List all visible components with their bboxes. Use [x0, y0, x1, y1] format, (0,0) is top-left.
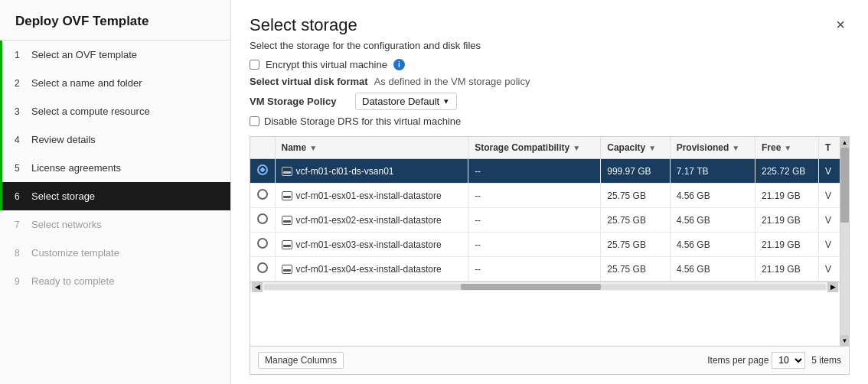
encrypt-row: Encrypt this virtual machine i [250, 59, 850, 70]
cell-name-1: vcf-m01-esx01-esx-install-datastore [275, 184, 468, 208]
datastore-icon [282, 216, 292, 225]
cell-storage_compat-4: -- [468, 257, 601, 281]
vertical-scrollbar[interactable]: ▲ ▼ [840, 137, 849, 346]
storage-policy-label: VM Storage Policy [250, 96, 349, 107]
th-provisioned[interactable]: Provisioned▼ [670, 137, 755, 159]
table-scroll-area[interactable]: Name▼ Storage Compatibility▼ Capacity▼ P… [250, 137, 840, 281]
capacity-filter-icon[interactable]: ▼ [648, 144, 656, 152]
cell-type-2: V [819, 208, 840, 233]
step-number-8: 8 [15, 248, 25, 259]
datastore-table: Name▼ Storage Compatibility▼ Capacity▼ P… [250, 137, 840, 281]
cell-provisioned-0: 7.17 TB [670, 159, 755, 184]
cell-name-2: vcf-m01-esx02-esx-install-datastore [275, 208, 468, 233]
radio-button-3[interactable] [257, 238, 268, 249]
scroll-left-btn[interactable]: ◀ [252, 281, 263, 292]
radio-cell-2[interactable] [250, 208, 275, 233]
cell-provisioned-1: 4.56 GB [670, 184, 755, 208]
sidebar-item-2[interactable]: 2Select a name and folder [0, 69, 230, 97]
sidebar-item-label-6: Select storage [31, 190, 95, 202]
cell-capacity-2: 25.75 GB [601, 208, 670, 233]
th-capacity[interactable]: Capacity▼ [601, 137, 670, 159]
cell-free-4: 21.19 GB [755, 257, 818, 281]
manage-columns-button[interactable]: Manage Columns [258, 352, 344, 369]
disable-drs-label[interactable]: Disable Storage DRS for this virtual mac… [264, 116, 461, 127]
datastore-icon [282, 167, 292, 176]
sidebar-item-label-5: License agreements [31, 162, 121, 174]
table-row[interactable]: vcf-m01-esx01-esx-install-datastore--25.… [250, 184, 840, 208]
disk-format-label: Select virtual disk format [250, 76, 368, 87]
radio-cell-4[interactable] [250, 257, 275, 281]
cell-capacity-1: 25.75 GB [601, 184, 670, 208]
sidebar-item-label-3: Select a compute resource [31, 106, 150, 117]
radio-cell-3[interactable] [250, 233, 275, 257]
th-type[interactable]: T [819, 137, 840, 159]
radio-button-1[interactable] [257, 189, 268, 200]
encrypt-checkbox[interactable] [250, 60, 259, 70]
cell-provisioned-4: 4.56 GB [670, 257, 755, 281]
cell-storage_compat-3: -- [468, 233, 601, 257]
sidebar-item-3[interactable]: 3Select a compute resource [0, 97, 230, 125]
cell-free-3: 21.19 GB [755, 233, 818, 257]
close-button[interactable]: × [831, 15, 850, 34]
sidebar-item-5[interactable]: 5License agreements [0, 154, 230, 182]
cell-name-3: vcf-m01-esx03-esx-install-datastore [275, 233, 468, 257]
table-row[interactable]: vcf-m01-cl01-ds-vsan01--999.97 GB7.17 TB… [250, 159, 840, 184]
radio-cell-0[interactable] [250, 159, 275, 184]
main-content: Select storage × Select the storage for … [231, 0, 868, 384]
step-number-2: 2 [15, 78, 25, 89]
info-icon[interactable]: i [393, 59, 405, 70]
encrypt-label[interactable]: Encrypt this virtual machine [266, 59, 387, 70]
disable-drs-row: Disable Storage DRS for this virtual mac… [250, 116, 850, 127]
pagination-area: Items per page 10 25 50 5 items [707, 352, 841, 369]
page-size-select[interactable]: 10 25 50 [772, 352, 805, 369]
table-row[interactable]: vcf-m01-esx04-esx-install-datastore--25.… [250, 257, 840, 281]
th-free[interactable]: Free▼ [755, 137, 818, 159]
cell-provisioned-3: 4.56 GB [670, 233, 755, 257]
v-scroll-up-btn[interactable]: ▲ [840, 137, 849, 148]
th-storage-compat[interactable]: Storage Compatibility▼ [468, 137, 601, 159]
step-number-1: 1 [15, 50, 25, 60]
sidebar-title: Deploy OVF Template [0, 0, 230, 41]
modal-deploy-ovf: Deploy OVF Template 1Select an OVF templ… [0, 0, 868, 384]
page-title: Select storage [250, 15, 357, 35]
v-scroll-thumb [840, 148, 849, 223]
provisioned-filter-icon[interactable]: ▼ [732, 144, 739, 152]
sidebar-item-label-2: Select a name and folder [31, 77, 142, 89]
total-items-label: 5 items [811, 355, 841, 366]
items-per-page-area: Items per page 10 25 50 [707, 352, 805, 369]
disable-drs-checkbox[interactable] [250, 116, 259, 126]
free-filter-icon[interactable]: ▼ [784, 144, 791, 152]
datastore-icon [282, 265, 292, 274]
sidebar-item-9: 9Ready to complete [0, 267, 230, 295]
step-number-7: 7 [15, 220, 25, 230]
scroll-thumb [461, 284, 602, 290]
name-filter-icon[interactable]: ▼ [309, 144, 317, 152]
subtitle-text: Select the storage for the configuration… [250, 40, 850, 51]
disk-format-value: As defined in the VM storage policy [374, 76, 530, 87]
radio-cell-1[interactable] [250, 184, 275, 208]
radio-button-0[interactable] [257, 164, 268, 175]
cell-name-4: vcf-m01-esx04-esx-install-datastore [275, 257, 468, 281]
scroll-right-btn[interactable]: ▶ [827, 281, 838, 292]
sidebar-item-1[interactable]: 1Select an OVF template [0, 41, 230, 69]
step-number-4: 4 [15, 135, 25, 145]
radio-button-4[interactable] [257, 262, 268, 273]
horizontal-scrollbar[interactable]: ◀ ▶ [250, 281, 840, 291]
storage-policy-dropdown[interactable]: Datastore Default [355, 93, 457, 110]
table-row[interactable]: vcf-m01-esx02-esx-install-datastore--25.… [250, 208, 840, 233]
cell-provisioned-2: 4.56 GB [670, 208, 755, 233]
compat-filter-icon[interactable]: ▼ [573, 144, 580, 152]
step-number-9: 9 [15, 276, 25, 287]
sidebar-item-6[interactable]: 6Select storage [0, 182, 230, 210]
th-name[interactable]: Name▼ [275, 137, 468, 159]
cell-storage_compat-1: -- [468, 184, 601, 208]
radio-button-2[interactable] [257, 213, 268, 224]
v-scroll-track [840, 148, 849, 335]
v-scroll-down-btn[interactable]: ▼ [840, 335, 849, 346]
table-row[interactable]: vcf-m01-esx03-esx-install-datastore--25.… [250, 233, 840, 257]
table-footer: Manage Columns Items per page 10 25 50 5… [250, 346, 849, 374]
sidebar-item-4[interactable]: 4Review details [0, 125, 230, 154]
sidebar-item-7: 7Select networks [0, 210, 230, 239]
cell-capacity-4: 25.75 GB [601, 257, 670, 281]
cell-type-4: V [819, 257, 840, 281]
